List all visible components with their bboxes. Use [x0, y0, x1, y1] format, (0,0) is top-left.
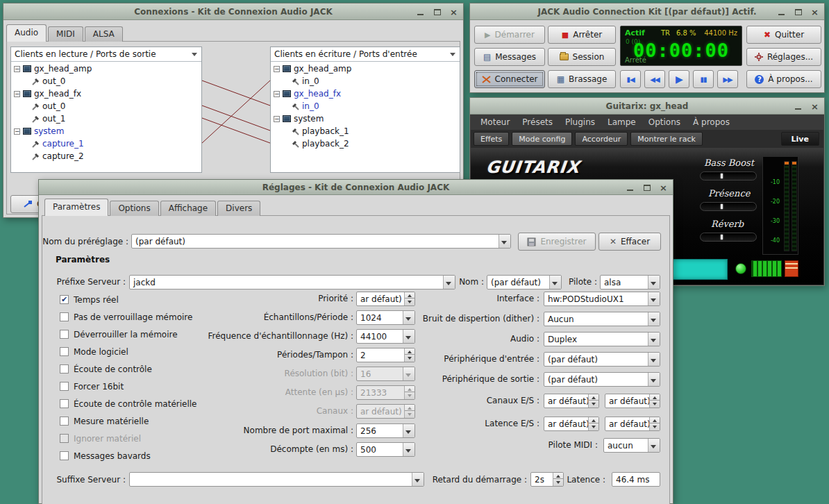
stop-button[interactable]: ■ Arrêter — [548, 26, 616, 44]
start-delay-spinner[interactable]: 2s — [530, 472, 564, 487]
connections-titlebar[interactable]: Connexions - Kit de Connexion Audio JACK… — [3, 3, 463, 20]
bass-boost-slider[interactable] — [700, 171, 757, 180]
tab-alsa[interactable]: ALSA — [85, 26, 123, 42]
close-button[interactable]: × — [810, 101, 820, 112]
input-device-combo[interactable]: (par défaut) — [544, 352, 660, 367]
verbose-checkbox[interactable]: Messages bavards — [60, 450, 151, 462]
tab-options[interactable]: Options — [110, 201, 158, 216]
transport-rewind-to-start-button[interactable]: ▮◀ — [620, 70, 641, 88]
out-channels-spinner[interactable]: ar défaut) — [605, 394, 660, 408]
messages-button[interactable]: ▤ Messages — [474, 48, 545, 66]
dither-combo[interactable]: Aucun — [544, 312, 660, 326]
config-mode-button[interactable]: Mode config — [512, 132, 572, 146]
out-latency-spinner[interactable]: ar défaut) — [605, 417, 660, 431]
client-row[interactable]: − gx_head_amp — [271, 62, 460, 75]
quit-button[interactable]: ✖ Quitter — [746, 26, 821, 44]
about-button[interactable]: ? À propos... — [746, 70, 821, 88]
port-row[interactable]: out_0 — [11, 75, 201, 87]
preset-combo[interactable]: (par défaut) — [131, 234, 511, 249]
close-button[interactable]: × — [449, 6, 459, 17]
maximize-button[interactable] — [432, 6, 442, 17]
output-device-combo[interactable]: (par défaut) — [544, 372, 660, 387]
patchbay-button[interactable]: ▦ Brassage — [548, 70, 616, 88]
spinner-buttons[interactable] — [649, 417, 660, 430]
output-clients-filter-combo[interactable]: Clients en lecture / Ports de sortie — [11, 47, 201, 62]
menu-a-propos[interactable]: À propos — [687, 116, 735, 128]
guitarix-titlebar[interactable]: Guitarix: gx_head × — [470, 98, 824, 115]
client-row[interactable]: − gx_head_fx — [11, 87, 201, 100]
port-row[interactable]: capture_2 — [11, 150, 201, 162]
timeout-combo[interactable]: 500 — [356, 442, 415, 457]
tab-divers[interactable]: Divers — [217, 201, 260, 216]
port-row[interactable]: capture_1 — [11, 137, 201, 150]
ignore-hw-checkbox[interactable]: Ignorer matériel — [60, 432, 141, 444]
monitor-checkbox[interactable]: Écoute de contrôle — [60, 363, 152, 375]
menu-plugins[interactable]: Plugins — [560, 116, 601, 128]
transport-forward-button[interactable]: ▶▶ — [717, 70, 738, 88]
tuner-button[interactable]: Accordeur — [575, 132, 628, 146]
port-row[interactable]: playback_2 — [271, 137, 460, 150]
client-row[interactable]: − system — [271, 112, 460, 125]
midi-driver-combo[interactable]: aucun — [603, 438, 660, 453]
interface-combo[interactable]: hw:PODStudioUX1 — [544, 292, 660, 306]
spinner-buttons[interactable] — [588, 417, 598, 430]
force-16bit-checkbox[interactable]: Forcer 16bit — [60, 380, 124, 392]
transport-play-button[interactable]: ▶ — [669, 70, 689, 88]
minimize-button[interactable] — [415, 6, 426, 17]
jack-titlebar[interactable]: JACK Audio Connection Kit [(par défaut)]… — [470, 3, 824, 20]
in-channels-spinner[interactable]: ar défaut) — [544, 394, 599, 408]
in-latency-spinner[interactable]: ar défaut) — [544, 417, 599, 431]
show-rack-button[interactable]: Montrer le rack — [630, 132, 703, 146]
collapse-icon[interactable]: − — [274, 116, 280, 122]
session-button[interactable]: Session — [548, 48, 616, 66]
menu-options[interactable]: Options — [643, 116, 686, 128]
spinner-buttons[interactable] — [588, 394, 598, 408]
realtime-checkbox[interactable]: ✔Temps réel — [60, 294, 119, 305]
server-name-combo[interactable]: (par défaut) — [487, 275, 562, 289]
reverb-slider[interactable] — [700, 233, 757, 242]
port-row[interactable]: playback_1 — [271, 125, 460, 137]
collapse-icon[interactable]: − — [14, 128, 20, 135]
live-button[interactable]: Live — [781, 132, 819, 146]
client-row[interactable]: − gx_head_amp — [11, 62, 201, 75]
transport-pause-button[interactable]: ▮▮ — [693, 70, 714, 88]
port-row[interactable]: out_1 — [11, 112, 201, 125]
audio-mode-combo[interactable]: Duplex — [544, 332, 660, 346]
port-row[interactable]: out_0 — [11, 100, 201, 112]
transport-backward-button[interactable]: ◀◀ — [644, 70, 665, 88]
collapse-icon[interactable]: − — [14, 66, 20, 72]
client-row[interactable]: − gx_head_fx — [271, 87, 460, 100]
server-prefix-combo[interactable]: jackd — [129, 275, 455, 289]
close-button[interactable]: × — [658, 182, 669, 193]
spinner-buttons[interactable] — [404, 405, 414, 418]
tab-audio[interactable]: Audio — [6, 24, 47, 42]
hw-meter-checkbox[interactable]: Mesure matérielle — [60, 415, 149, 427]
soft-mode-checkbox[interactable]: Mode logiciel — [60, 346, 128, 358]
spinner-buttons[interactable] — [553, 473, 563, 486]
spinner-buttons[interactable] — [649, 394, 660, 408]
presence-slider[interactable] — [700, 202, 757, 211]
maximize-button[interactable] — [642, 182, 652, 193]
minimize-button[interactable] — [625, 182, 635, 193]
effects-button[interactable]: Effets — [474, 132, 509, 146]
collapse-icon[interactable]: − — [14, 91, 20, 97]
server-suffix-combo[interactable] — [129, 472, 424, 487]
maximize-button[interactable] — [793, 6, 803, 17]
driver-combo[interactable]: alsa — [600, 275, 660, 289]
settings-button[interactable]: Réglages... — [746, 48, 821, 66]
tab-midi[interactable]: MIDI — [48, 26, 83, 42]
minimize-button[interactable] — [776, 6, 787, 17]
minimize-button[interactable] — [793, 101, 803, 112]
collapse-icon[interactable]: − — [274, 66, 280, 72]
client-row[interactable]: − system — [11, 125, 201, 137]
input-clients-filter-combo[interactable]: Clients en écriture / Ports d'entrée — [271, 47, 460, 62]
unlock-memory-checkbox[interactable]: Déverrouiller la mémoire — [60, 328, 178, 340]
save-preset-button[interactable]: Enregistrer — [518, 233, 596, 251]
connect-button[interactable]: Connecter — [474, 70, 545, 88]
tab-affichage[interactable]: Affichage — [160, 201, 216, 216]
tab-parametres[interactable]: Paramètres — [44, 199, 108, 216]
settings-titlebar[interactable]: Réglages - Kit de Connexion Audio JACK × — [39, 180, 673, 195]
channels-spinner[interactable]: ar défaut) — [356, 404, 415, 419]
menu-presets[interactable]: Présets — [517, 116, 558, 128]
delete-preset-button[interactable]: ✕ Effacer — [598, 233, 661, 251]
